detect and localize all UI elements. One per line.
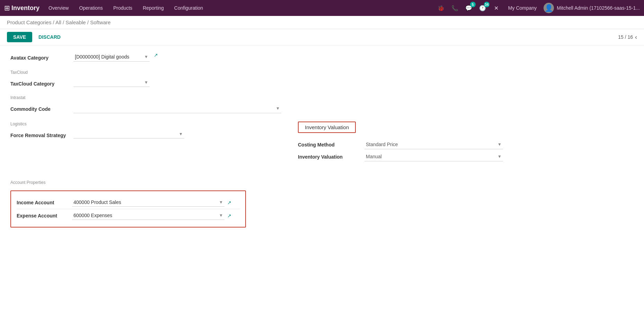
inventory-valuation-section: Inventory Valuation Costing Method Stand… xyxy=(298,122,634,161)
topnav-icons: 🐞 📞 💬 5 🕐 34 ✕ My Company 👤 Mitchell Adm… xyxy=(436,3,640,13)
costing-method-row: Costing Method Standard Price ▼ xyxy=(298,140,634,149)
income-account-arrow: ▼ xyxy=(219,200,223,205)
main-content: Avatax Category [D0000000] Digital goods… xyxy=(0,45,644,312)
breadcrumb-product-categories[interactable]: Product Categories xyxy=(7,19,51,25)
commodity-code-label: Commodity Code xyxy=(10,104,69,112)
inventory-valuation-field-row: Inventory Valuation Manual ▼ xyxy=(298,152,634,161)
taxcloud-category-row: TaxCloud Category ▼ xyxy=(10,78,634,87)
costing-method-label: Costing Method xyxy=(298,142,360,148)
expense-account-select[interactable]: 600000 Expenses ▼ xyxy=(72,211,224,220)
avatax-category-value: [D0000000] Digital goods xyxy=(75,54,142,60)
nav-reporting[interactable]: Reporting xyxy=(138,3,169,13)
chat-badge: 5 xyxy=(470,2,476,7)
breadcrumb-saleable[interactable]: Saleable xyxy=(65,19,86,25)
force-removal-row: Force Removal Strategy ▼ xyxy=(10,130,270,139)
app-logo: Inventory xyxy=(11,5,39,12)
toolbar: SAVE DISCARD 15 / 16 ‹ xyxy=(0,29,644,45)
taxcloud-section-label: TaxCloud xyxy=(10,70,634,75)
inventory-valuation-value: Manual xyxy=(366,154,495,159)
income-account-label: Income Account xyxy=(17,200,72,205)
intrastat-section-label: Intrastat xyxy=(10,95,634,100)
nav-products[interactable]: Products xyxy=(108,3,137,13)
taxcloud-category-select[interactable]: ▼ xyxy=(73,78,150,87)
commodity-dropdown-arrow: ▼ xyxy=(276,106,280,111)
expense-account-row: Expense Account 600000 Expenses ▼ ↗ xyxy=(17,209,240,222)
breadcrumb: Product Categories / All / Saleable / So… xyxy=(0,16,644,29)
main-nav: Overview Operations Products Reporting C… xyxy=(44,3,435,13)
breadcrumb-software: Software xyxy=(90,19,111,25)
avatax-dropdown-arrow: ▼ xyxy=(144,54,148,59)
inventory-valuation-arrow: ▼ xyxy=(497,154,502,159)
force-removal-arrow: ▼ xyxy=(179,132,183,136)
two-col-section: Logistics Force Removal Strategy ▼ Inven… xyxy=(10,122,634,170)
avatax-category-row: Avatax Category [D0000000] Digital goods… xyxy=(10,52,634,62)
inventory-valuation-header: Inventory Valuation xyxy=(298,122,356,133)
logistics-section: Logistics Force Removal Strategy ▼ xyxy=(10,122,270,139)
account-properties-section: Account Properties Income Account 400000… xyxy=(10,180,634,228)
taxcloud-dropdown-arrow: ▼ xyxy=(144,80,148,85)
income-account-external-link[interactable]: ↗ xyxy=(227,200,231,205)
discard-button[interactable]: DISCARD xyxy=(35,32,64,42)
nav-operations[interactable]: Operations xyxy=(74,3,107,13)
costing-method-select[interactable]: Standard Price ▼ xyxy=(364,140,503,149)
intrastat-section: Intrastat Commodity Code ▼ xyxy=(10,95,634,113)
activity-badge: 34 xyxy=(484,2,489,7)
account-properties-box: Income Account 400000 Product Sales ▼ ↗ … xyxy=(10,190,246,228)
user-menu[interactable]: 👤 Mitchell Admin (17102566-saas-15-1... xyxy=(544,3,640,13)
app-name: Inventory xyxy=(11,5,39,12)
account-properties-label: Account Properties xyxy=(10,180,634,185)
pagination-info: 15 / 16 xyxy=(618,34,633,40)
expense-account-external-link[interactable]: ↗ xyxy=(227,213,231,219)
expense-account-arrow: ▼ xyxy=(219,213,223,218)
costing-method-value: Standard Price xyxy=(366,142,495,147)
avatar: 👤 xyxy=(544,3,554,13)
expense-account-label: Expense Account xyxy=(17,213,72,219)
chat-icon[interactable]: 💬 5 xyxy=(464,3,474,13)
nav-configuration[interactable]: Configuration xyxy=(169,3,208,13)
avatax-category-select[interactable]: [D0000000] Digital goods ▼ xyxy=(73,52,150,62)
taxcloud-category-label: TaxCloud Category xyxy=(10,78,69,87)
taxcloud-section: TaxCloud TaxCloud Category ▼ xyxy=(10,70,634,87)
force-removal-label: Force Removal Strategy xyxy=(10,130,69,138)
income-account-row: Income Account 400000 Product Sales ▼ ↗ xyxy=(17,196,240,209)
income-account-value: 400000 Product Sales xyxy=(73,199,217,205)
force-removal-select[interactable]: ▼ xyxy=(73,130,184,139)
logistics-section-label: Logistics xyxy=(10,122,270,126)
grid-icon[interactable]: ⊞ xyxy=(4,4,10,12)
top-navigation: ⊞ Inventory Overview Operations Products… xyxy=(0,0,644,16)
save-button[interactable]: SAVE xyxy=(7,32,32,42)
bug-icon[interactable]: 🐞 xyxy=(436,3,446,13)
avatax-external-link-icon[interactable]: ↗ xyxy=(154,52,158,58)
costing-method-arrow: ▼ xyxy=(497,142,502,147)
income-account-select[interactable]: 400000 Product Sales ▼ xyxy=(72,198,224,207)
inventory-valuation-column: Inventory Valuation Costing Method Stand… xyxy=(270,122,634,170)
nav-overview[interactable]: Overview xyxy=(44,3,73,13)
breadcrumb-all[interactable]: All xyxy=(55,19,61,25)
toolbar-right: 15 / 16 ‹ xyxy=(618,34,637,41)
activity-icon[interactable]: 🕐 34 xyxy=(478,3,487,13)
username: Mitchell Admin (17102566-saas-15-1... xyxy=(557,5,640,11)
commodity-code-row: Commodity Code ▼ xyxy=(10,104,634,113)
inventory-valuation-field-label: Inventory Valuation xyxy=(298,154,360,160)
logistics-column: Logistics Force Removal Strategy ▼ xyxy=(10,122,270,170)
phone-icon[interactable]: 📞 xyxy=(450,3,460,13)
inventory-valuation-select[interactable]: Manual ▼ xyxy=(364,152,503,161)
settings-icon[interactable]: ✕ xyxy=(492,3,501,13)
expense-account-value: 600000 Expenses xyxy=(73,213,217,218)
company-name: My Company xyxy=(508,5,537,11)
prev-record-button[interactable]: ‹ xyxy=(635,34,637,41)
avatax-category-label: Avatax Category xyxy=(10,52,69,61)
